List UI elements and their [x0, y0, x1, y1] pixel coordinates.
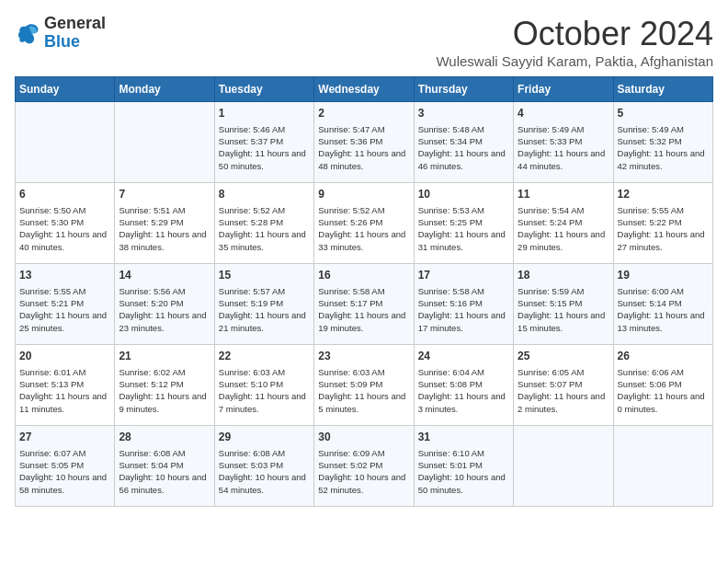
- day-number: 4: [518, 106, 609, 121]
- day-number: 23: [318, 349, 409, 364]
- day-number: 30: [318, 430, 409, 445]
- calendar-cell: 21Sunrise: 6:02 AM Sunset: 5:12 PM Dayli…: [115, 345, 214, 426]
- month-title: October 2024: [436, 15, 713, 53]
- calendar-cell: 27Sunrise: 6:07 AM Sunset: 5:05 PM Dayli…: [16, 426, 115, 507]
- day-info: Sunrise: 6:06 AM Sunset: 5:06 PM Dayligh…: [618, 366, 709, 415]
- calendar-cell: 15Sunrise: 5:57 AM Sunset: 5:19 PM Dayli…: [214, 264, 313, 345]
- calendar-cell: 20Sunrise: 6:01 AM Sunset: 5:13 PM Dayli…: [16, 345, 115, 426]
- calendar-cell: [613, 426, 712, 507]
- day-info: Sunrise: 6:02 AM Sunset: 5:12 PM Dayligh…: [119, 366, 210, 415]
- calendar-cell: 16Sunrise: 5:58 AM Sunset: 5:17 PM Dayli…: [314, 264, 414, 345]
- calendar-cell: 18Sunrise: 5:59 AM Sunset: 5:15 PM Dayli…: [514, 264, 613, 345]
- calendar-cell: 6Sunrise: 5:50 AM Sunset: 5:30 PM Daylig…: [16, 183, 115, 264]
- day-info: Sunrise: 5:49 AM Sunset: 5:33 PM Dayligh…: [518, 123, 609, 172]
- calendar-cell: 31Sunrise: 6:10 AM Sunset: 5:01 PM Dayli…: [414, 426, 513, 507]
- calendar-cell: 2Sunrise: 5:47 AM Sunset: 5:36 PM Daylig…: [314, 102, 414, 183]
- day-info: Sunrise: 6:07 AM Sunset: 5:05 PM Dayligh…: [19, 447, 110, 496]
- day-info: Sunrise: 5:54 AM Sunset: 5:24 PM Dayligh…: [518, 204, 609, 253]
- calendar-cell: 1Sunrise: 5:46 AM Sunset: 5:37 PM Daylig…: [214, 102, 313, 183]
- week-row-2: 6Sunrise: 5:50 AM Sunset: 5:30 PM Daylig…: [16, 183, 713, 264]
- calendar-cell: 4Sunrise: 5:49 AM Sunset: 5:33 PM Daylig…: [514, 102, 613, 183]
- day-number: 26: [618, 349, 709, 364]
- day-info: Sunrise: 5:57 AM Sunset: 5:19 PM Dayligh…: [219, 285, 310, 334]
- day-header-tuesday: Tuesday: [214, 77, 313, 102]
- day-info: Sunrise: 6:03 AM Sunset: 5:09 PM Dayligh…: [318, 366, 409, 415]
- logo-blue: Blue: [44, 32, 80, 51]
- day-number: 22: [219, 349, 310, 364]
- day-number: 2: [318, 106, 409, 121]
- day-number: 8: [219, 187, 310, 202]
- calendar-cell: 3Sunrise: 5:48 AM Sunset: 5:34 PM Daylig…: [414, 102, 513, 183]
- day-header-sunday: Sunday: [16, 77, 115, 102]
- day-info: Sunrise: 6:01 AM Sunset: 5:13 PM Dayligh…: [19, 366, 110, 415]
- day-info: Sunrise: 5:52 AM Sunset: 5:26 PM Dayligh…: [318, 204, 409, 253]
- day-number: 24: [418, 349, 509, 364]
- calendar-cell: 13Sunrise: 5:55 AM Sunset: 5:21 PM Dayli…: [16, 264, 115, 345]
- week-row-4: 20Sunrise: 6:01 AM Sunset: 5:13 PM Dayli…: [16, 345, 713, 426]
- day-number: 12: [618, 187, 709, 202]
- day-info: Sunrise: 5:50 AM Sunset: 5:30 PM Dayligh…: [19, 204, 110, 253]
- day-header-friday: Friday: [514, 77, 613, 102]
- day-info: Sunrise: 6:08 AM Sunset: 5:03 PM Dayligh…: [219, 447, 310, 496]
- calendar-cell: 14Sunrise: 5:56 AM Sunset: 5:20 PM Dayli…: [115, 264, 214, 345]
- day-header-thursday: Thursday: [414, 77, 513, 102]
- day-number: 29: [219, 430, 310, 445]
- day-info: Sunrise: 5:59 AM Sunset: 5:15 PM Dayligh…: [518, 285, 609, 334]
- calendar-cell: 26Sunrise: 6:06 AM Sunset: 5:06 PM Dayli…: [613, 345, 712, 426]
- calendar-body: 1Sunrise: 5:46 AM Sunset: 5:37 PM Daylig…: [16, 102, 713, 507]
- day-number: 6: [19, 187, 110, 202]
- day-number: 10: [418, 187, 509, 202]
- day-info: Sunrise: 5:52 AM Sunset: 5:28 PM Dayligh…: [219, 204, 310, 253]
- subtitle: Wuleswali Sayyid Karam, Paktia, Afghanis…: [436, 53, 713, 69]
- calendar-cell: [514, 426, 613, 507]
- logo-text: General Blue: [44, 15, 106, 52]
- day-info: Sunrise: 5:56 AM Sunset: 5:20 PM Dayligh…: [119, 285, 210, 334]
- day-number: 14: [119, 268, 210, 283]
- calendar-cell: 17Sunrise: 5:58 AM Sunset: 5:16 PM Dayli…: [414, 264, 513, 345]
- calendar-cell: 29Sunrise: 6:08 AM Sunset: 5:03 PM Dayli…: [214, 426, 313, 507]
- day-info: Sunrise: 6:04 AM Sunset: 5:08 PM Dayligh…: [418, 366, 509, 415]
- day-number: 3: [418, 106, 509, 121]
- day-number: 11: [518, 187, 609, 202]
- day-info: Sunrise: 5:47 AM Sunset: 5:36 PM Dayligh…: [318, 123, 409, 172]
- day-header-wednesday: Wednesday: [314, 77, 414, 102]
- day-info: Sunrise: 5:55 AM Sunset: 5:21 PM Dayligh…: [19, 285, 110, 334]
- calendar-cell: 5Sunrise: 5:49 AM Sunset: 5:32 PM Daylig…: [613, 102, 712, 183]
- day-number: 18: [518, 268, 609, 283]
- calendar-cell: 22Sunrise: 6:03 AM Sunset: 5:10 PM Dayli…: [214, 345, 313, 426]
- day-number: 28: [119, 430, 210, 445]
- logo-general: General: [44, 14, 106, 32]
- day-info: Sunrise: 5:58 AM Sunset: 5:17 PM Dayligh…: [318, 285, 409, 334]
- day-number: 17: [418, 268, 509, 283]
- day-info: Sunrise: 6:09 AM Sunset: 5:02 PM Dayligh…: [318, 447, 409, 496]
- day-info: Sunrise: 5:55 AM Sunset: 5:22 PM Dayligh…: [618, 204, 709, 253]
- day-number: 31: [418, 430, 509, 445]
- calendar-cell: [115, 102, 214, 183]
- logo: General Blue: [15, 15, 106, 52]
- calendar-header-row: SundayMondayTuesdayWednesdayThursdayFrid…: [16, 77, 713, 102]
- day-number: 15: [219, 268, 310, 283]
- title-area: October 2024 Wuleswali Sayyid Karam, Pak…: [436, 15, 713, 69]
- calendar-cell: 28Sunrise: 6:08 AM Sunset: 5:04 PM Dayli…: [115, 426, 214, 507]
- calendar-cell: 24Sunrise: 6:04 AM Sunset: 5:08 PM Dayli…: [414, 345, 513, 426]
- calendar-cell: 10Sunrise: 5:53 AM Sunset: 5:25 PM Dayli…: [414, 183, 513, 264]
- calendar-cell: 8Sunrise: 5:52 AM Sunset: 5:28 PM Daylig…: [214, 183, 313, 264]
- calendar-cell: 25Sunrise: 6:05 AM Sunset: 5:07 PM Dayli…: [514, 345, 613, 426]
- calendar-cell: 23Sunrise: 6:03 AM Sunset: 5:09 PM Dayli…: [314, 345, 414, 426]
- day-info: Sunrise: 5:49 AM Sunset: 5:32 PM Dayligh…: [618, 123, 709, 172]
- calendar-cell: 30Sunrise: 6:09 AM Sunset: 5:02 PM Dayli…: [314, 426, 414, 507]
- day-info: Sunrise: 6:03 AM Sunset: 5:10 PM Dayligh…: [219, 366, 310, 415]
- calendar-cell: 12Sunrise: 5:55 AM Sunset: 5:22 PM Dayli…: [613, 183, 712, 264]
- calendar-cell: [16, 102, 115, 183]
- day-number: 19: [618, 268, 709, 283]
- week-row-5: 27Sunrise: 6:07 AM Sunset: 5:05 PM Dayli…: [16, 426, 713, 507]
- calendar-cell: 19Sunrise: 6:00 AM Sunset: 5:14 PM Dayli…: [613, 264, 712, 345]
- day-info: Sunrise: 6:10 AM Sunset: 5:01 PM Dayligh…: [418, 447, 509, 496]
- day-number: 21: [119, 349, 210, 364]
- week-row-1: 1Sunrise: 5:46 AM Sunset: 5:37 PM Daylig…: [16, 102, 713, 183]
- week-row-3: 13Sunrise: 5:55 AM Sunset: 5:21 PM Dayli…: [16, 264, 713, 345]
- day-info: Sunrise: 5:46 AM Sunset: 5:37 PM Dayligh…: [219, 123, 310, 172]
- day-number: 13: [19, 268, 110, 283]
- day-number: 20: [19, 349, 110, 364]
- logo-icon: [15, 20, 40, 46]
